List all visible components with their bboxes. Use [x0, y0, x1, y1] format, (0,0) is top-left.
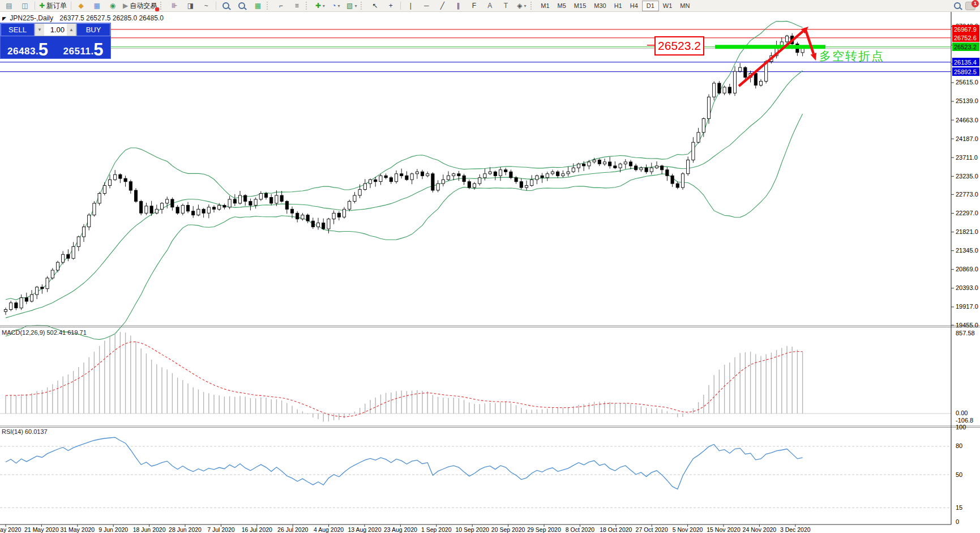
chevron-down-icon: ▾: [323, 3, 325, 8]
channel-icon: ∥: [456, 2, 460, 9]
timeframe-h4-button[interactable]: H4: [626, 1, 642, 11]
alerts-icon: ◆: [78, 2, 83, 9]
chevron-down-icon: ▾: [524, 3, 526, 8]
buy-price-main: 26511: [63, 46, 91, 57]
timeframe-w1-button[interactable]: W1: [659, 1, 677, 11]
buy-price-frac: 5: [93, 42, 103, 57]
horizontal-line-icon: ─: [424, 2, 429, 9]
timeframe-m5-button[interactable]: M5: [554, 1, 570, 11]
zoom-in-button[interactable]: [218, 0, 234, 11]
fibonacci-button[interactable]: F: [466, 0, 482, 11]
candlestick-chart-button[interactable]: ◨: [182, 0, 198, 11]
ohlc-readout: 26377.5 26527.5 26285.0 26485.0: [59, 14, 164, 22]
toolbar-separator: [216, 2, 216, 10]
volume-down-icon[interactable]: ▼: [35, 24, 44, 36]
bar-chart-button[interactable]: ⊪: [166, 0, 182, 11]
text-icon: A: [487, 2, 492, 9]
autotrading-icon: ▶: [123, 2, 128, 9]
timeframe-mn-button[interactable]: MN: [676, 1, 694, 11]
toolbar-grip: [306, 2, 310, 10]
profiles-icon: ◫: [22, 2, 28, 9]
search-icon[interactable]: [954, 2, 961, 9]
indicator-list-icon: ≡: [295, 2, 299, 9]
zoom-in-icon: [222, 2, 229, 9]
text-label-button[interactable]: T: [498, 0, 513, 11]
alerts-button[interactable]: ◆: [73, 0, 89, 11]
vertical-line-button[interactable]: |: [403, 0, 418, 11]
tile-windows-button[interactable]: ▦: [250, 0, 266, 11]
turning-point-annotation[interactable]: 多空转折点: [819, 48, 884, 64]
crosshair-icon: +: [389, 2, 393, 9]
sell-price-button[interactable]: 26483.5: [1, 36, 55, 58]
new-order-label: 新订单: [46, 1, 67, 11]
toolbar-separator: [35, 2, 35, 10]
autotrading-stop-badge: [155, 7, 159, 11]
timeframe-h1-button[interactable]: H1: [610, 1, 626, 11]
add-indicator-icon: ✚: [315, 2, 321, 9]
templates-button[interactable]: ▧▾: [344, 0, 360, 11]
symbol-period-label: JPN225-,Daily: [10, 14, 53, 22]
toolbar-grip: [160, 2, 164, 10]
shapes-icon: ◈: [517, 2, 522, 9]
chart-title: ◤ JPN225-,Daily 26377.5 26527.5 26285.0 …: [2, 14, 164, 22]
fibonacci-icon: F: [472, 2, 476, 9]
toolbar-grip: [267, 2, 271, 10]
period-clock-icon: ◔: [332, 2, 336, 9]
macd-indicator-label: MACD(12,26,9) 502.41 619.71: [2, 329, 87, 336]
toolbar-grip: [530, 2, 534, 10]
candlestick-chart-icon: ◨: [187, 2, 194, 9]
zoom-out-icon: [238, 2, 245, 9]
chevron-down-icon: ▾: [337, 3, 340, 8]
sell-button[interactable]: SELL: [1, 23, 35, 36]
text-label-icon: T: [504, 2, 508, 9]
main-toolbar: ▤◫✚新订单◆▦◉▶自动交易⊪◨~▦⌐≡✚▾◔▾▧▾↖+|─╱∥FAT◈▾M1M…: [0, 0, 980, 12]
trendline-button[interactable]: ╱: [434, 0, 450, 11]
buy-button[interactable]: BUY: [76, 23, 110, 36]
tile-windows-icon: ▦: [255, 2, 261, 9]
new-order-button[interactable]: ✚新订单: [37, 0, 69, 11]
signals-button[interactable]: ◉: [105, 0, 121, 11]
new-chart-button[interactable]: ▤: [1, 0, 17, 11]
trendline-icon: ╱: [440, 2, 444, 9]
mailbox-button[interactable]: ▦: [89, 0, 105, 11]
sell-price-main: 26483: [7, 46, 36, 57]
crosshair-button[interactable]: +: [383, 0, 399, 11]
cursor-button[interactable]: ↖: [367, 0, 383, 11]
indicator-window-button[interactable]: ⌐: [273, 0, 289, 11]
timeframe-m30-button[interactable]: M30: [590, 1, 610, 11]
line-chart-button[interactable]: ~: [198, 0, 214, 11]
volume-up-icon[interactable]: ▲: [67, 24, 76, 36]
chart-canvas[interactable]: [0, 0, 980, 533]
one-click-trading-panel: SELL ▼ 1.00 ▲ BUY 26483.5 26511.5: [0, 23, 111, 59]
indicator-list-button[interactable]: ≡: [289, 0, 305, 11]
volume-stepper[interactable]: ▼ 1.00 ▲: [35, 23, 76, 36]
toolbar-grip: [361, 2, 365, 10]
autotrading-button[interactable]: ▶自动交易: [121, 0, 159, 11]
timeframe-m15-button[interactable]: M15: [570, 1, 590, 11]
channel-button[interactable]: ∥: [450, 0, 466, 11]
price-level-tag[interactable]: 26523.2: [654, 36, 704, 56]
cursor-icon: ↖: [372, 2, 378, 9]
period-clock-button[interactable]: ◔▾: [328, 0, 344, 11]
sell-price-frac: 5: [38, 42, 48, 57]
notification-badge: 1: [972, 0, 979, 7]
vertical-line-icon: |: [410, 2, 412, 9]
collapse-arrow-icon[interactable]: ◤: [2, 16, 6, 22]
add-indicator-button[interactable]: ✚▾: [312, 0, 328, 11]
new-chart-icon: ▤: [6, 2, 12, 9]
volume-value[interactable]: 1.00: [44, 24, 67, 36]
chevron-down-icon: ▾: [354, 3, 357, 8]
buy-price-button[interactable]: 26511.5: [56, 36, 110, 58]
rsi-indicator-label: RSI(14) 60.0137: [2, 428, 48, 435]
text-button[interactable]: A: [482, 0, 498, 11]
profiles-button[interactable]: ◫: [17, 0, 33, 11]
line-chart-icon: ~: [204, 2, 208, 9]
shapes-button[interactable]: ◈▾: [513, 0, 529, 11]
timeframe-m1-button[interactable]: M1: [537, 1, 553, 11]
zoom-out-button[interactable]: [234, 0, 250, 11]
indicator-window-icon: ⌐: [279, 2, 283, 9]
mailbox-icon: ▦: [93, 2, 100, 9]
timeframe-d1-button[interactable]: D1: [642, 1, 659, 11]
notifications-icon[interactable]: 1: [965, 2, 975, 10]
horizontal-line-button[interactable]: ─: [418, 0, 434, 11]
